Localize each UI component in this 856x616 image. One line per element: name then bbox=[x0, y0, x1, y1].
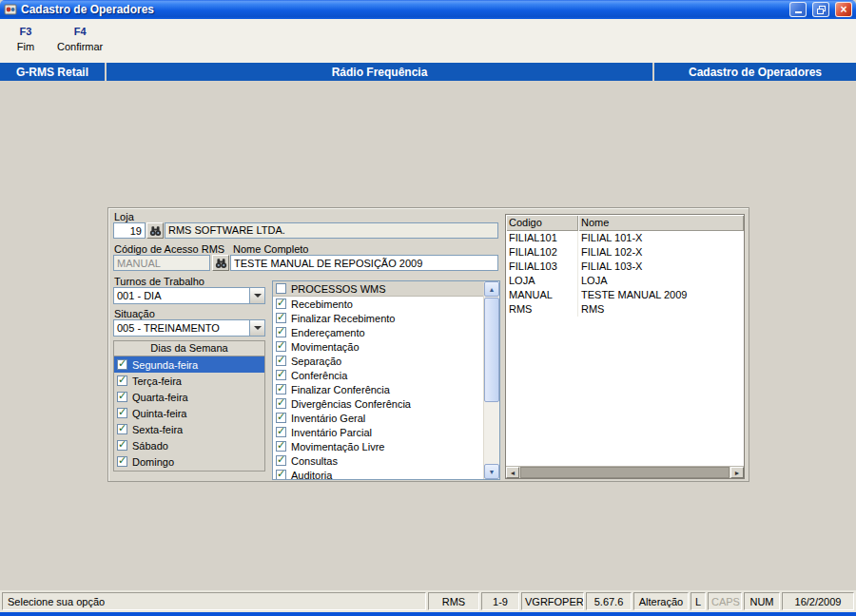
processo-checkbox[interactable] bbox=[276, 470, 286, 480]
processos-items: Recebimento Finalizar Recebimento Endere… bbox=[273, 297, 499, 480]
loja-lookup-button[interactable] bbox=[146, 222, 164, 239]
dia-checkbox[interactable] bbox=[117, 375, 127, 386]
processo-label: Endereçamento bbox=[291, 327, 365, 338]
filiais-table-body: FILIAL101 FILIAL 101-X FILIAL102 FILIAL … bbox=[506, 231, 744, 317]
application-window: Cadastro de Operadores × F3 Fim F4 Confi… bbox=[0, 0, 856, 616]
processo-checkbox[interactable] bbox=[276, 341, 286, 352]
column-header-codigo[interactable]: Codigo bbox=[506, 215, 578, 231]
table-row[interactable]: FILIAL102 FILIAL 102-X bbox=[506, 245, 744, 260]
nome-completo-input[interactable] bbox=[230, 255, 498, 271]
processo-checkbox[interactable] bbox=[276, 398, 286, 409]
function-key-toolbar: F3 Fim F4 Confirmar bbox=[0, 19, 856, 63]
processo-list-item[interactable]: Inventário Parcial bbox=[273, 425, 483, 439]
dia-list-item[interactable]: Quarta-feira bbox=[114, 389, 264, 405]
dia-label: Quarta-feira bbox=[132, 392, 188, 403]
dia-checkbox[interactable] bbox=[117, 440, 127, 451]
processo-checkbox[interactable] bbox=[276, 327, 286, 337]
processo-label: Divergências Conferência bbox=[291, 398, 411, 410]
cell-nome: TESTE MANUAL 2009 bbox=[578, 288, 744, 302]
processo-list-item[interactable]: Finalizar Conferência bbox=[273, 382, 483, 396]
processo-checkbox[interactable] bbox=[276, 298, 286, 309]
dia-checkbox[interactable] bbox=[117, 408, 127, 418]
processo-list-item[interactable]: Finalizar Recebimento bbox=[273, 311, 483, 325]
loja-label: Loja bbox=[114, 211, 134, 222]
processo-checkbox[interactable] bbox=[276, 313, 286, 323]
cell-nome: FILIAL 101-X bbox=[578, 231, 744, 245]
fkey-button[interactable]: F3 Fim bbox=[11, 26, 40, 52]
situacao-dropdown-button[interactable] bbox=[249, 320, 264, 336]
codigo-lookup-button[interactable] bbox=[212, 255, 229, 271]
processo-list-item[interactable]: Divergências Conferência bbox=[273, 396, 483, 411]
scroll-down-icon[interactable]: ▼ bbox=[484, 464, 499, 479]
status-message: Selecione sua opção bbox=[2, 592, 426, 610]
situacao-select[interactable]: 005 - TREINAMENTO bbox=[113, 319, 265, 337]
table-row[interactable]: RMS RMS bbox=[506, 302, 744, 317]
close-button[interactable]: × bbox=[835, 2, 852, 17]
dia-label: Quinta-feira bbox=[132, 408, 186, 419]
turnos-dropdown-button[interactable] bbox=[249, 288, 264, 303]
status-cell: RMS bbox=[428, 592, 479, 610]
dia-list-item[interactable]: Sábado bbox=[114, 437, 264, 453]
scroll-left-icon[interactable]: ◄ bbox=[506, 467, 519, 478]
scrollbar-thumb[interactable] bbox=[484, 298, 499, 402]
restore-button[interactable] bbox=[812, 2, 829, 17]
processos-header-checkbox[interactable] bbox=[276, 283, 286, 294]
table-row[interactable]: FILIAL101 FILIAL 101-X bbox=[506, 231, 744, 245]
processo-list-item[interactable]: Inventário Geral bbox=[273, 411, 483, 425]
processo-list-item[interactable]: Endereçamento bbox=[273, 325, 483, 339]
dia-list-item[interactable]: Segunda-feira bbox=[114, 356, 264, 373]
processo-checkbox[interactable] bbox=[276, 356, 286, 366]
processo-list-item[interactable]: Separação bbox=[273, 354, 483, 368]
titlebar: Cadastro de Operadores × bbox=[0, 0, 856, 19]
cell-codigo: FILIAL101 bbox=[506, 231, 578, 245]
processo-checkbox[interactable] bbox=[276, 370, 286, 380]
processo-list-item[interactable]: Movimentação Livre bbox=[273, 439, 483, 453]
processo-checkbox[interactable] bbox=[276, 455, 286, 466]
fkey-button[interactable]: F4 Confirmar bbox=[55, 26, 105, 52]
processos-header-label: PROCESSOS WMS bbox=[291, 283, 386, 295]
status-cell: VGRFOPER bbox=[521, 592, 584, 610]
table-row[interactable]: FILIAL103 FILIAL 103-X bbox=[506, 260, 744, 274]
status-cell: 16/2/2009 bbox=[782, 592, 854, 610]
codigo-acesso-input[interactable] bbox=[113, 255, 210, 271]
dia-list-item[interactable]: Quinta-feira bbox=[114, 405, 264, 421]
minimize-button[interactable] bbox=[789, 2, 807, 17]
turnos-select[interactable]: 001 - DIA bbox=[113, 287, 265, 304]
table-row[interactable]: LOJA LOJA bbox=[506, 274, 744, 288]
dia-list-item[interactable]: Sexta-feira bbox=[114, 421, 264, 437]
processo-checkbox[interactable] bbox=[276, 441, 286, 452]
horizontal-scrollbar[interactable]: ◄ ► bbox=[506, 466, 744, 478]
dia-checkbox[interactable] bbox=[117, 359, 127, 370]
cell-nome: FILIAL 102-X bbox=[578, 245, 744, 260]
processo-list-item[interactable]: Auditoria bbox=[273, 468, 483, 480]
processo-list-item[interactable]: Consultas bbox=[273, 453, 483, 468]
dia-checkbox[interactable] bbox=[117, 424, 127, 434]
dia-checkbox[interactable] bbox=[117, 392, 127, 402]
horizontal-scrollbar-thumb[interactable] bbox=[520, 467, 730, 478]
breadcrumb: G-RMS Retail Rádio Frequência Cadastro d… bbox=[0, 63, 856, 81]
processos-header-row[interactable]: PROCESSOS WMS bbox=[273, 281, 483, 297]
filiais-table: Codigo Nome FILIAL101 FILIAL 101-X FILIA… bbox=[505, 214, 745, 479]
vertical-scrollbar[interactable]: ▲ ▼ bbox=[483, 281, 499, 479]
processo-checkbox[interactable] bbox=[276, 384, 286, 395]
processo-list-item[interactable]: Recebimento bbox=[273, 297, 483, 311]
nome-completo-label: Nome Completo bbox=[233, 243, 308, 255]
processo-list-item[interactable]: Conferência bbox=[273, 368, 483, 382]
dia-label: Terça-feira bbox=[132, 375, 182, 387]
scroll-right-icon[interactable]: ► bbox=[730, 467, 744, 478]
filiais-table-header: Codigo Nome bbox=[506, 215, 744, 231]
processo-checkbox[interactable] bbox=[276, 427, 286, 437]
column-header-nome[interactable]: Nome bbox=[578, 215, 744, 231]
breadcrumb-screen: Cadastro de Operadores bbox=[654, 63, 856, 81]
scroll-up-icon[interactable]: ▲ bbox=[484, 281, 499, 297]
dia-list-item[interactable]: Terça-feira bbox=[114, 373, 264, 389]
loja-code-input[interactable] bbox=[113, 222, 146, 239]
situacao-selected-value: 005 - TREINAMENTO bbox=[114, 322, 249, 334]
processo-checkbox[interactable] bbox=[276, 413, 286, 423]
dia-checkbox[interactable] bbox=[117, 456, 127, 467]
processo-list-item[interactable]: Movimentação bbox=[273, 339, 483, 354]
dia-list-item[interactable]: Domingo bbox=[114, 453, 264, 470]
cell-codigo: LOJA bbox=[506, 274, 578, 288]
chevron-down-icon bbox=[254, 326, 262, 334]
table-row[interactable]: MANUAL TESTE MANUAL 2009 bbox=[506, 288, 744, 302]
